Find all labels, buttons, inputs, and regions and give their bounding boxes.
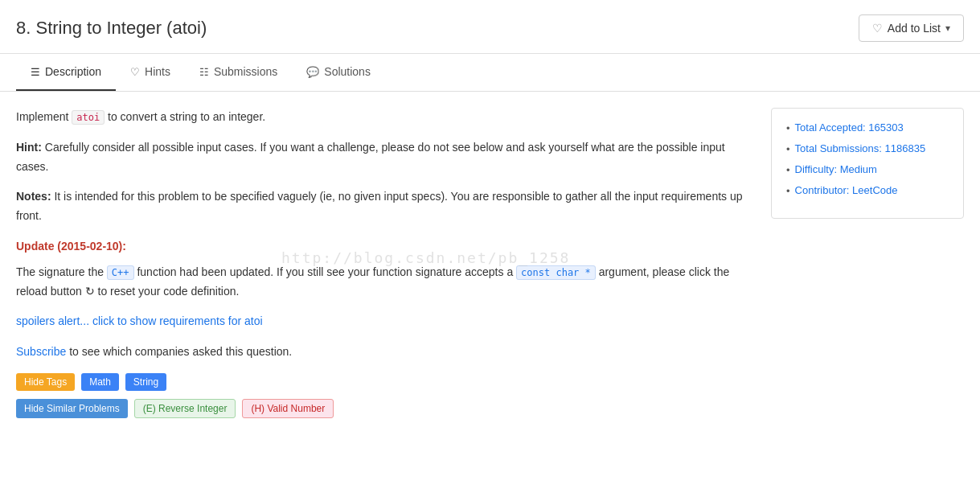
hide-tags-label: Hide Tags [24, 376, 67, 388]
hints-icon: ♡ [130, 66, 140, 78]
contributor-text: Contributor: LeetCode [795, 184, 898, 196]
hint-paragraph: Hint: Carefully consider all possible in… [16, 138, 755, 177]
update-section: Update (2015-02-10): The signature the C… [16, 237, 755, 301]
sidebar-accepted: Total Accepted: 165303 [786, 121, 949, 134]
intro-paragraph: Implement atoi to convert a string to an… [16, 108, 755, 127]
tab-submissions-label: Submissions [214, 65, 277, 78]
hide-similar-label: Hide Similar Problems [24, 403, 120, 414]
subscribe-label: Subscribe [16, 345, 66, 358]
hide-tags-button[interactable]: Hide Tags [16, 373, 75, 391]
tab-description-label: Description [45, 65, 101, 78]
sidebar-list: Total Accepted: 165303 Total Submissions… [786, 121, 949, 197]
tabs-bar: ☰ Description ♡ Hints ☷ Submissions 💬 So… [0, 54, 980, 92]
page-title: 8. String to Integer (atoi) [16, 18, 207, 39]
tags-row: Hide Tags Math String [16, 373, 755, 391]
add-to-list-label: Add to List [888, 22, 941, 35]
similar-easy-button[interactable]: (E) Reverse Integer [134, 399, 236, 418]
total-accepted-text: Total Accepted: 165303 [795, 121, 904, 134]
atoi-code: atoi [72, 110, 105, 125]
hint-text: Carefully consider all possible input ca… [16, 141, 725, 173]
notes-label: Notes: [16, 190, 51, 203]
main-content: Implement atoi to convert a string to an… [16, 108, 755, 418]
similar-hard-button[interactable]: (H) Valid Number [242, 399, 334, 418]
sidebar: Total Accepted: 165303 Total Submissions… [771, 108, 964, 418]
tag-math-label: Math [89, 376, 111, 388]
submissions-icon: ☷ [199, 66, 209, 78]
update-text-2: function had been updated. If you still … [134, 265, 517, 278]
spoilers-text: spoilers alert... click to show requirem… [16, 314, 263, 327]
update-heading: Update (2015-02-10): [16, 237, 755, 257]
similar-row: Hide Similar Problems (E) Reverse Intege… [16, 399, 755, 418]
tab-hints-label: Hints [145, 65, 170, 78]
contributor-link[interactable]: Contributor: LeetCode [795, 184, 898, 196]
similar-easy-label: (E) Reverse Integer [143, 403, 228, 414]
solutions-icon: 💬 [306, 66, 319, 78]
tab-solutions[interactable]: 💬 Solutions [292, 54, 385, 91]
hint-label: Hint: [16, 141, 42, 154]
page-header: 8. String to Integer (atoi) ♡ Add to Lis… [0, 0, 980, 54]
tab-description[interactable]: ☰ Description [16, 54, 116, 91]
update-text-1: The signature the [16, 265, 107, 278]
spoilers-paragraph: spoilers alert... click to show requirem… [16, 312, 755, 331]
intro-cont: to convert a string to an integer. [105, 110, 265, 123]
total-submissions-text: Total Submissions: 1186835 [795, 142, 926, 154]
const-char-code: const char * [516, 265, 596, 280]
total-submissions-link[interactable]: Total Submissions: 1186835 [795, 142, 926, 154]
tag-string-label: String [133, 376, 158, 388]
notes-text: It is intended for this problem to be sp… [16, 190, 743, 222]
description-icon: ☰ [31, 66, 40, 78]
sidebar-box: Total Accepted: 165303 Total Submissions… [771, 108, 964, 219]
add-to-list-button[interactable]: ♡ Add to List ▾ [859, 14, 964, 42]
difficulty-link[interactable]: Difficulty: Medium [795, 163, 877, 175]
sidebar-submissions: Total Submissions: 1186835 [786, 142, 949, 155]
update-text-4: to reset your code definition. [95, 285, 240, 298]
tab-submissions[interactable]: ☷ Submissions [185, 54, 292, 91]
tab-solutions-label: Solutions [324, 65, 371, 78]
notes-paragraph: Notes: It is intended for this problem t… [16, 187, 755, 226]
hide-similar-button[interactable]: Hide Similar Problems [16, 399, 128, 418]
chevron-down-icon: ▾ [945, 23, 950, 34]
cpp-code: C++ [107, 265, 134, 280]
total-accepted-link[interactable]: Total Accepted: 165303 [795, 121, 904, 134]
heart-icon: ♡ [872, 22, 883, 35]
similar-hard-label: (H) Valid Number [251, 403, 325, 414]
subscribe-link[interactable]: Subscribe [16, 345, 69, 358]
subscribe-paragraph: Subscribe to see which companies asked t… [16, 343, 755, 362]
spoilers-link[interactable]: spoilers alert... click to show requirem… [16, 314, 263, 327]
difficulty-text: Difficulty: Medium [795, 163, 877, 175]
intro-text: Implement [16, 110, 72, 123]
tag-math-button[interactable]: Math [81, 373, 119, 391]
sidebar-contributor: Contributor: LeetCode [786, 184, 949, 197]
content-area: Implement atoi to convert a string to an… [0, 92, 980, 426]
reload-icon: ↻ [85, 282, 95, 302]
tab-hints[interactable]: ♡ Hints [116, 54, 185, 91]
subscribe-cont: to see which companies asked this questi… [69, 345, 292, 358]
tag-string-button[interactable]: String [125, 373, 166, 391]
sidebar-difficulty: Difficulty: Medium [786, 163, 949, 176]
